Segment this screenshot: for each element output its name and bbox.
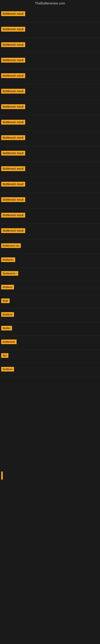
row-6: Bottleneck result	[0, 84, 100, 100]
row-3: Bottleneck result	[0, 38, 100, 53]
bottleneck-result-25[interactable]: Bottlene	[1, 367, 14, 372]
row-12: Bottleneck result	[0, 177, 100, 193]
bottleneck-result-4[interactable]: Bottleneck result	[1, 58, 25, 62]
row-22: Bottler	[0, 322, 100, 336]
row-19: Bottlene	[0, 281, 100, 295]
bottleneck-result-8[interactable]: Bottleneck result	[1, 120, 25, 124]
bottleneck-result-21[interactable]: Bottlene	[1, 312, 14, 317]
bottleneck-result-13[interactable]: Bottleneck result	[1, 197, 25, 202]
bottleneck-result-14[interactable]: Bottleneck result	[1, 213, 25, 218]
small-indicator-section	[0, 468, 100, 484]
row-18: Bottleneck r	[0, 268, 100, 281]
bottleneck-result-6[interactable]: Bottleneck result	[1, 89, 25, 94]
bottleneck-result-10[interactable]: Bottleneck result	[1, 151, 25, 156]
page-container: TheBottlenecker.com Bottleneck result Bo…	[0, 0, 100, 644]
small-indicator	[1, 472, 3, 480]
row-23: Bottleneck	[0, 336, 100, 350]
bottleneck-result-3[interactable]: Bottleneck result	[1, 42, 25, 47]
bottleneck-result-18[interactable]: Bottleneck r	[1, 271, 18, 276]
row-9: Bottleneck result	[0, 131, 100, 146]
row-10: Bottleneck result	[0, 146, 100, 162]
bottleneck-result-16[interactable]: Bottleneck res	[1, 243, 21, 248]
row-4: Bottleneck result	[0, 53, 100, 69]
row-17: Bottlenec	[0, 254, 100, 268]
row-1: Bottleneck result	[0, 7, 100, 22]
row-5: Bottleneck result	[0, 69, 100, 84]
bottleneck-result-11[interactable]: Bottleneck result	[1, 166, 25, 171]
row-16: Bottleneck res	[0, 239, 100, 254]
empty-section	[0, 377, 100, 468]
row-15: Bottleneck result	[0, 224, 100, 239]
bottleneck-result-17[interactable]: Bottlenec	[1, 258, 15, 262]
bottleneck-result-1[interactable]: Bottleneck result	[1, 11, 25, 16]
row-11: Bottleneck result	[0, 162, 100, 177]
site-title: TheBottlenecker.com	[0, 0, 100, 7]
row-2: Bottleneck result	[0, 22, 100, 38]
bottleneck-result-9[interactable]: Bottleneck result	[1, 135, 25, 140]
row-7: Bottleneck result	[0, 100, 100, 115]
bottleneck-result-22[interactable]: Bottler	[1, 326, 12, 330]
bottleneck-result-19[interactable]: Bottlene	[1, 285, 14, 290]
bottleneck-result-20[interactable]: Bottl	[1, 298, 10, 303]
row-8: Bottleneck result	[0, 115, 100, 131]
row-25: Bottlene	[0, 363, 100, 377]
bottleneck-result-24[interactable]: Bot	[1, 353, 8, 358]
row-21: Bottlene	[0, 308, 100, 322]
empty-section-3	[0, 605, 100, 644]
bottleneck-result-12[interactable]: Bottleneck result	[1, 182, 25, 186]
row-20: Bottl	[0, 295, 100, 308]
empty-section-2	[0, 484, 100, 605]
row-13: Bottleneck result	[0, 193, 100, 208]
row-14: Bottleneck result	[0, 208, 100, 224]
bottleneck-result-5[interactable]: Bottleneck result	[1, 73, 25, 78]
row-24: Bot	[0, 350, 100, 363]
bottleneck-result-15[interactable]: Bottleneck result	[1, 228, 25, 233]
bottleneck-result-7[interactable]: Bottleneck result	[1, 104, 25, 109]
bottleneck-result-2[interactable]: Bottleneck result	[1, 27, 25, 32]
bottleneck-result-23[interactable]: Bottleneck	[1, 340, 17, 344]
